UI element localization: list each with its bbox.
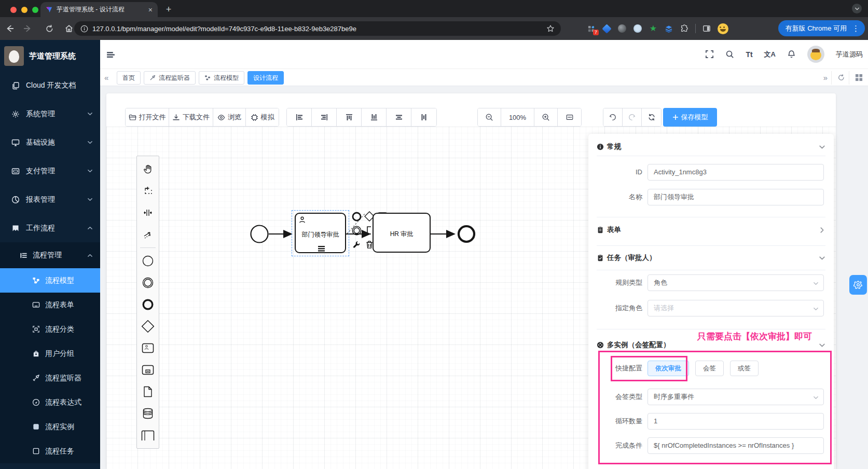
download-file-button[interactable]: 下载文件 — [169, 108, 213, 126]
sidebar-item-process-expression[interactable]: 流程表达式 — [0, 390, 100, 415]
username[interactable]: 芋道源码 — [836, 50, 863, 59]
align-top-icon[interactable] — [337, 108, 362, 126]
open-file-button[interactable]: 打开文件 — [126, 108, 169, 126]
notifications-bell-icon[interactable] — [787, 50, 796, 59]
append-end-event-icon[interactable] — [350, 210, 363, 223]
sidebar-item-process-task[interactable]: 流程任务 — [0, 439, 100, 463]
user-task-dept-leader[interactable]: 部门领导审批 — [295, 213, 346, 253]
end-event[interactable] — [457, 225, 476, 243]
extension-badged-icon[interactable]: 7 — [586, 24, 596, 33]
locale-icon[interactable]: 文A — [764, 50, 776, 59]
zoom-level[interactable]: 100% — [501, 108, 534, 126]
rule-type-select[interactable]: 角色 — [647, 274, 824, 291]
browser-tab[interactable]: 芋道管理系统 - 设计流程 × — [40, 2, 158, 17]
zoom-in-icon[interactable] — [534, 108, 558, 126]
search-icon[interactable] — [725, 50, 734, 59]
extension-dark-globe-icon[interactable] — [617, 24, 627, 33]
tag-process-listener[interactable]: 流程监听器 — [144, 71, 196, 85]
chrome-update-button[interactable]: 有新版 Chrome 可用 ⋮ — [778, 20, 865, 36]
tags-refresh-icon[interactable] — [837, 69, 845, 86]
undo-icon[interactable] — [603, 108, 623, 126]
section-form-header[interactable]: 表单 — [597, 225, 825, 234]
sidebar-item-process-instance[interactable]: 流程实例 — [0, 415, 100, 439]
id-input[interactable]: Activity_1nmc8g3 — [647, 164, 824, 181]
user-task-hr[interactable]: HR 审批 — [373, 213, 431, 253]
sidebar-item-report[interactable]: 报表管理 — [0, 185, 100, 214]
extensions-puzzle-icon[interactable] — [680, 24, 689, 33]
align-center-horizontal-icon[interactable] — [387, 108, 411, 126]
profile-avatar[interactable] — [718, 23, 728, 34]
logo-image — [4, 46, 24, 66]
extension-gray-globe-icon[interactable] — [633, 24, 642, 33]
zoom-window-button[interactable] — [32, 7, 38, 13]
role-select[interactable]: 请选择 — [647, 300, 824, 316]
chevron-down-icon[interactable] — [819, 144, 825, 150]
fit-viewport-icon[interactable] — [558, 108, 581, 126]
collapse-menu-button[interactable] — [106, 50, 116, 60]
extension-kite-icon[interactable] — [602, 24, 611, 33]
section-task-header[interactable]: 任务（审批人） — [597, 253, 825, 263]
url-text[interactable]: 127.0.0.1/bpm/manager/model/edit?modelId… — [92, 25, 542, 33]
app-logo[interactable]: 芋道管理系统 — [0, 40, 100, 71]
user-avatar[interactable] — [807, 46, 824, 63]
sidebar-item-user-group[interactable]: 用户分组 — [0, 341, 100, 366]
app-header: Tt 文A 芋道源码 — [100, 40, 868, 68]
start-event[interactable] — [250, 225, 269, 243]
sidebar-item-infra[interactable]: 基础设施 — [0, 128, 100, 157]
chevron-down-icon[interactable] — [819, 342, 825, 349]
divider — [597, 156, 825, 156]
name-input[interactable]: 部门领导审批 — [647, 189, 824, 205]
sidebar-item-process-form[interactable]: 流程表单 — [0, 293, 100, 317]
fullscreen-icon[interactable] — [705, 50, 714, 59]
chevron-down-icon[interactable] — [819, 255, 825, 261]
sidebar-item-payment[interactable]: 支付管理 — [0, 157, 100, 185]
bookmark-star-icon[interactable] — [546, 24, 555, 33]
new-tab-button[interactable]: + — [162, 3, 175, 17]
side-panel-icon[interactable] — [702, 24, 711, 33]
sidebar-item-system[interactable]: 系统管理 — [0, 100, 100, 128]
tag-design-process[interactable]: 设计流程 — [247, 71, 284, 85]
url-bar[interactable]: 127.0.0.1/bpm/manager/model/edit?modelId… — [74, 21, 561, 36]
reload-button[interactable] — [42, 21, 57, 36]
restart-icon[interactable] — [642, 108, 661, 126]
align-left-icon[interactable] — [287, 108, 312, 126]
redo-icon[interactable] — [623, 108, 642, 126]
sidebar-item-process-listener[interactable]: 流程监听器 — [0, 366, 100, 390]
plus-icon — [672, 114, 679, 120]
font-size-icon[interactable]: Tt — [746, 50, 752, 59]
submenu-process-management[interactable]: 流程管理 — [0, 242, 100, 268]
tag-process-model[interactable]: 流程模型 — [199, 71, 244, 85]
traffic-lights[interactable] — [10, 6, 43, 15]
extension-layers-icon[interactable] — [664, 24, 673, 33]
section-general-header[interactable]: 常规 — [597, 142, 825, 151]
chevron-right-icon[interactable] — [819, 227, 825, 233]
zoom-out-icon[interactable] — [478, 108, 501, 126]
close-tab-icon[interactable]: × — [148, 6, 153, 14]
align-bottom-icon[interactable] — [362, 108, 387, 126]
sidebar-item-cloud-docs[interactable]: Cloud 开发文档 — [0, 71, 100, 100]
extension-green-star-icon[interactable]: ★ — [649, 24, 658, 33]
sidebar-item-process-model[interactable]: 流程模型 — [0, 268, 100, 293]
preview-button[interactable]: 浏览 — [213, 108, 246, 126]
tags-layout-grid-icon[interactable] — [855, 69, 863, 86]
append-intermediate-event-icon[interactable] — [350, 224, 363, 237]
wrench-change-type-icon[interactable] — [350, 238, 363, 251]
simulate-button[interactable]: 模拟 — [246, 108, 279, 126]
align-right-icon[interactable] — [312, 108, 337, 126]
site-info-icon[interactable] — [80, 25, 88, 33]
sidebar-item-workflow[interactable]: 工作流程 — [0, 214, 100, 242]
theme-settings-button[interactable] — [849, 275, 867, 295]
browser-menu-icon[interactable]: ⋮ — [850, 24, 862, 33]
sidebar-item-process-category[interactable]: 流程分类 — [0, 317, 100, 341]
align-center-vertical-icon[interactable] — [411, 108, 436, 126]
minimize-window-button[interactable] — [21, 7, 27, 13]
close-window-button[interactable] — [10, 7, 17, 13]
tags-scroll-right-icon[interactable]: » — [823, 69, 828, 86]
back-button[interactable] — [2, 21, 18, 36]
forward-button[interactable] — [20, 21, 35, 36]
tag-home[interactable]: 首页 — [117, 71, 141, 85]
tags-scroll-left-icon[interactable]: « — [104, 69, 108, 86]
browser-tab-strip: 芋道管理系统 - 设计流程 × + — [0, 0, 868, 17]
save-model-button[interactable]: 保存模型 — [663, 108, 717, 127]
tab-search-button[interactable] — [852, 4, 862, 13]
